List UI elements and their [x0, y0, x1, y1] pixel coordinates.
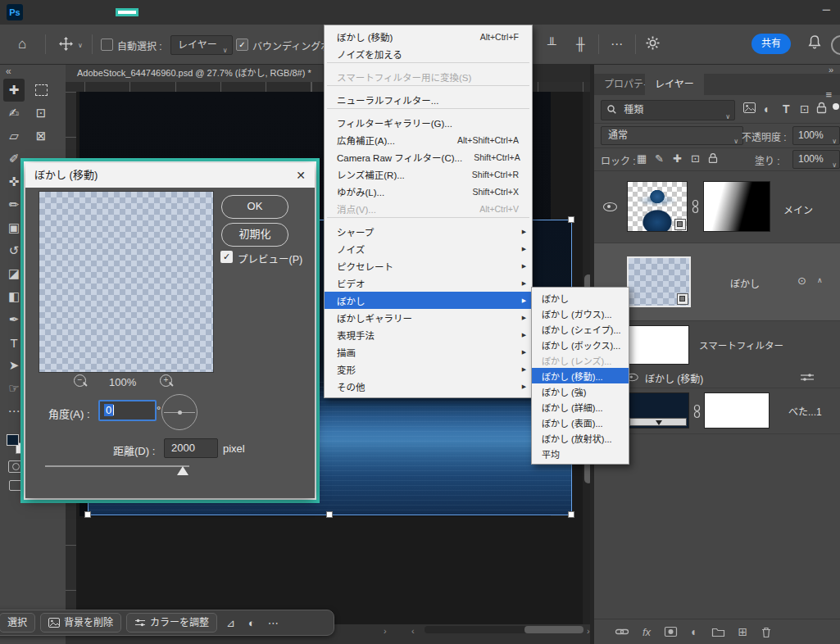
lock-transparency-icon[interactable]: ▦: [637, 152, 647, 165]
filter-menu-item[interactable]: レンズ補正(R)...Shift+Ctrl+R: [325, 166, 532, 183]
distance-slider-thumb[interactable]: [177, 466, 188, 475]
collapse-effects-chevron-icon[interactable]: ∧: [817, 276, 823, 284]
share-button[interactable]: 共有: [751, 34, 791, 54]
blur-submenu-item[interactable]: ぼかし (レンズ)...: [532, 352, 629, 368]
filter-menu-item[interactable]: ノイズ: [325, 240, 532, 257]
blur-submenu-item[interactable]: ぼかし (詳細)...: [532, 399, 629, 415]
selection-brush-tool[interactable]: ✍: [3, 102, 25, 125]
home-icon[interactable]: ⌂: [18, 36, 26, 52]
layer-effects-icon[interactable]: fx: [642, 626, 651, 638]
more-options-icon[interactable]: ⋯: [611, 36, 623, 52]
angle-input[interactable]: 0: [98, 400, 157, 421]
adjustment-icon[interactable]: ◐: [244, 614, 259, 632]
scroll-left-chevron-icon[interactable]: ‹: [411, 626, 415, 636]
lock-pixels-icon[interactable]: ✎: [655, 152, 664, 165]
layer-row-main[interactable]: メイン: [594, 172, 840, 243]
select-subject-button[interactable]: 選択: [0, 613, 35, 633]
filter-menu-item[interactable]: 変形: [325, 361, 532, 378]
photoshop-logo[interactable]: Ps: [7, 4, 23, 20]
blur-submenu-item[interactable]: ぼかし (ボックス)...: [532, 337, 629, 352]
transform-handle-bottom-right[interactable]: [568, 511, 574, 518]
chevron-down-icon[interactable]: ∨: [78, 42, 83, 49]
angle-dial[interactable]: [161, 394, 198, 430]
minimize-window-icon[interactable]: ─: [823, 3, 830, 16]
filter-menu-item[interactable]: 描画: [325, 343, 532, 361]
filter-menu-item[interactable]: 広角補正(A)...Alt+Shift+Ctrl+A: [325, 131, 532, 148]
layer-filter-select[interactable]: 種類 ∨: [601, 100, 735, 120]
tab-layers[interactable]: レイヤー: [645, 74, 704, 95]
blur-submenu-item[interactable]: ぼかし (ガウス)...: [532, 306, 629, 321]
filter-menu-item[interactable]: ニューラルフィルター...: [325, 91, 532, 108]
blur-submenu-item[interactable]: ぼかし (強): [532, 383, 629, 399]
layer-thumbnail[interactable]: [627, 256, 691, 307]
distance-input[interactable]: 2000: [164, 438, 218, 458]
lock-artboard-icon[interactable]: ⊡: [691, 152, 700, 165]
avatar[interactable]: [831, 35, 840, 55]
new-group-folder-icon[interactable]: [712, 627, 724, 637]
smart-filter-clipping-icon[interactable]: ⊙: [797, 274, 806, 287]
add-mask-icon[interactable]: [665, 627, 677, 637]
fill-value[interactable]: 100%∨: [792, 150, 840, 169]
transform-icon[interactable]: ⊿: [222, 614, 239, 632]
adjustment-layer-icon[interactable]: ◐: [691, 625, 697, 638]
filter-toggle-icon[interactable]: [833, 103, 839, 110]
blur-submenu-item[interactable]: ぼかし (表面)...: [532, 415, 629, 430]
layer-row-blur[interactable]: ぼかし ⊙ ∧: [594, 243, 840, 321]
layer-name[interactable]: ぼかし: [730, 276, 760, 290]
filter-options-icon[interactable]: [801, 373, 814, 382]
filter-menu-item[interactable]: フィルターギャラリー(G)...: [325, 114, 532, 131]
align-center-icon[interactable]: ╫: [576, 36, 585, 52]
ok-button[interactable]: OK: [221, 195, 288, 219]
blur-submenu-item[interactable]: ぼかし: [532, 290, 629, 306]
dialog-titlebar[interactable]: ぼかし (移動) ✕: [25, 163, 315, 188]
filter-menu-item[interactable]: ゆがみ(L)...Shift+Ctrl+X: [325, 183, 532, 200]
blend-mode-select[interactable]: 通常∨: [601, 126, 743, 145]
layer-mask-thumbnail[interactable]: [703, 181, 770, 232]
smart-filter-mask-row[interactable]: スマートフィルター: [594, 321, 840, 367]
zoom-out-icon[interactable]: −: [74, 374, 86, 387]
distance-slider[interactable]: [45, 465, 189, 467]
status-menu-chevron-icon[interactable]: ›: [384, 626, 387, 636]
foreground-color-swatch[interactable]: [7, 434, 19, 446]
transform-handle-top-right[interactable]: [568, 216, 574, 223]
filter-menu-item[interactable]: その他: [325, 378, 532, 395]
filter-menu-item[interactable]: ノイズを加える: [325, 45, 532, 62]
auto-select-checkbox[interactable]: [101, 39, 113, 51]
filter-type-layers-icon[interactable]: T: [783, 102, 790, 116]
document-tab[interactable]: AdobeStock_644746960.psd @ 27.7% (ぼかし, R…: [66, 64, 323, 82]
auto-select-target-select[interactable]: レイヤー∨: [170, 35, 233, 55]
blur-submenu-item[interactable]: ぼかし (放射状)...: [532, 430, 629, 446]
frame-tool[interactable]: ⊠: [30, 125, 52, 147]
smart-filter-item-row[interactable]: ぼかし (移動): [594, 367, 840, 388]
marquee-tool[interactable]: [30, 79, 52, 102]
lock-all-icon[interactable]: [709, 153, 717, 166]
layer-thumbnail[interactable]: [627, 392, 689, 429]
more-options-icon[interactable]: ⋯: [264, 614, 283, 632]
link-layers-icon[interactable]: [615, 628, 629, 636]
filter-menu-item[interactable]: ぼかしギャラリー: [325, 309, 532, 326]
filter-mask-thumbnail[interactable]: [629, 325, 689, 365]
gear-icon[interactable]: [646, 36, 660, 50]
filter-shape-layers-icon[interactable]: ⊡: [800, 102, 810, 116]
preview-checkbox[interactable]: ✓: [220, 251, 233, 263]
filter-menu-item[interactable]: ビデオ: [325, 274, 532, 292]
filter-smart-objects-icon[interactable]: [817, 102, 826, 116]
blur-submenu-item[interactable]: 平均: [532, 446, 629, 461]
opacity-value[interactable]: 100%∨: [792, 126, 840, 145]
filter-menu-item[interactable]: 消点(V)...Alt+Ctrl+V: [325, 200, 532, 217]
filter-menu-item[interactable]: シャープ: [325, 223, 532, 240]
layer-mask-thumbnail[interactable]: [704, 392, 770, 429]
smart-filter-name[interactable]: ぼかし (移動): [645, 371, 703, 385]
filter-pixel-layers-icon[interactable]: [743, 102, 756, 116]
filter-menu-item[interactable]: Camera Raw フィルター(C)...Shift+Ctrl+A: [325, 148, 532, 166]
filter-adjustment-layers-icon[interactable]: ◐: [764, 102, 770, 116]
bounding-box-checkbox[interactable]: ✓: [236, 39, 248, 51]
link-icon[interactable]: [693, 405, 701, 418]
close-icon[interactable]: ✕: [296, 163, 306, 188]
new-layer-icon[interactable]: ⊞: [738, 625, 748, 638]
crop-tool[interactable]: ▱: [3, 125, 25, 147]
reset-button[interactable]: 初期化: [221, 223, 288, 247]
delete-layer-trash-icon[interactable]: [761, 627, 771, 637]
move-tool[interactable]: ✚: [3, 79, 25, 102]
lock-position-icon[interactable]: ✚: [673, 152, 682, 165]
